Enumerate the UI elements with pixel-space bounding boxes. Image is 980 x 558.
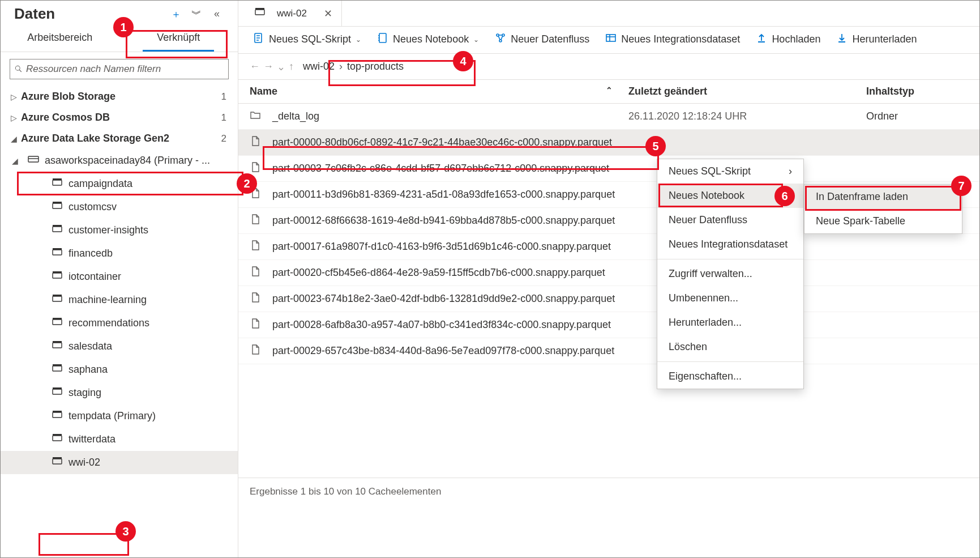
file-row[interactable]: part-00020-cf5b45e6-d864-4e28-9a59-f15ff… [238,260,979,286]
container-icon [52,409,63,423]
file-row[interactable]: part-00000-80db06cf-0892-41c7-9c21-44bae… [238,130,979,156]
upload-button[interactable]: Hochladen [756,32,820,46]
container-item[interactable]: recommendations [1,312,238,335]
ctx-item[interactable]: Eigenschaften... [657,364,803,389]
nav-dropdown-icon[interactable]: ⌄ [277,61,285,73]
file-icon [250,135,261,150]
ctx-sub-item[interactable]: Neue Spark-Tabelle [804,209,962,233]
nav-forward-icon[interactable]: → [263,61,273,73]
col-modified[interactable]: ⌃ Zuletzt geändert [628,86,866,97]
container-label: twitterdata [69,433,115,445]
svg-rect-19 [53,364,62,366]
container-item[interactable]: customer-insights [1,219,238,242]
breadcrumb-root[interactable]: wwi-02 [301,59,337,74]
svg-rect-5 [53,202,62,203]
container-label: tempdata (Primary) [69,410,156,422]
container-icon [52,316,63,330]
container-item[interactable]: campaigndata [1,172,238,195]
folder-row[interactable]: _delta_log26.11.2020 12:18:24 UHROrdner [238,104,979,130]
file-name: part-00028-6afb8a30-a957-4a07-b8b0-c341e… [272,319,611,331]
chevron-down-icon: ◢ [11,134,21,143]
filter-input[interactable]: Ressourcen nach Namen filtern [10,59,229,79]
ctx-item[interactable]: Neues SQL-Skript› [657,159,803,184]
breadcrumb-leaf[interactable]: top-products [345,59,406,74]
ctx-item[interactable]: Löschen [657,335,803,359]
svg-rect-4 [53,203,62,208]
svg-rect-14 [53,320,62,325]
container-label: financedb [69,248,113,259]
ctx-item[interactable]: Umbenennen... [657,286,803,310]
file-name: part-00029-657c43be-b834-440d-8a96-5e7ea… [272,345,614,357]
svg-rect-15 [53,318,62,320]
tab-linked[interactable]: Verknüpft [119,25,238,52]
container-item[interactable]: salesdata [1,335,238,358]
close-tab-icon[interactable]: ✕ [324,7,332,20]
context-submenu: In Datenframe ladenNeue Spark-Tabelle [804,184,962,234]
svg-rect-2 [53,180,62,185]
file-tab[interactable]: wwi-02 ✕ [245,1,342,26]
new-sql-button[interactable]: Neues SQL-Skript ⌄ [253,32,361,46]
ctx-sub-item[interactable]: In Datenframe laden [804,185,962,209]
col-type[interactable]: Inhaltstyp [866,86,968,97]
container-item[interactable]: machine-learning [1,288,238,312]
new-dataset-button[interactable]: Neues Integrationsdataset [605,32,740,46]
nav-back-icon[interactable]: ← [250,61,260,73]
ctx-item[interactable]: Neues Integrationsdataset [657,232,803,257]
expand-all-icon[interactable]: ︾ [189,7,204,21]
container-label: wwi-02 [69,457,100,468]
container-item[interactable]: iotcontainer [1,265,238,288]
file-row[interactable]: part-00028-6afb8a30-a957-4a07-b8b0-c341e… [238,312,979,338]
col-name[interactable]: Name [250,86,628,97]
collapse-panel-icon[interactable]: « [209,8,224,20]
ctx-item[interactable]: Herunterladen... [657,310,803,335]
new-notebook-button[interactable]: Neues Notebook ⌄ [377,32,479,46]
file-icon [250,318,261,332]
sidebar-title: Daten [14,5,163,23]
group-blob[interactable]: ▷ Azure Blob Storage 1 [1,86,238,107]
container-item[interactable]: financedb [1,242,238,265]
svg-rect-17 [53,341,62,343]
file-name: part-00020-cf5b45e6-d864-4e28-9a59-f15ff… [272,267,605,279]
tab-workspace[interactable]: Arbeitsbereich [1,25,119,52]
ctx-item[interactable]: Neues Notebook› [657,184,803,208]
svg-rect-27 [53,457,62,459]
container-icon [52,177,63,191]
container-icon [254,6,266,20]
svg-rect-7 [53,225,62,227]
svg-rect-9 [53,248,62,250]
svg-rect-10 [53,273,62,278]
file-row[interactable]: part-00003-7c06fb2c-c86e-4cdd-bf57-d697e… [238,156,979,182]
container-item[interactable]: staging [1,381,238,404]
container-item[interactable]: wwi-02 [1,451,238,474]
container-label: customcsv [69,201,117,213]
svg-rect-6 [53,227,62,232]
file-name: _delta_log [272,110,319,122]
svg-rect-20 [53,389,62,394]
chevron-down-icon: ⌄ [356,36,361,44]
svg-rect-22 [53,412,62,418]
container-item[interactable]: saphana [1,358,238,381]
file-row[interactable]: part-00029-657c43be-b834-440d-8a96-5e7ea… [238,338,979,364]
new-dataflow-button[interactable]: Neuer Datenfluss [495,32,589,46]
group-adls[interactable]: ◢ Azure Data Lake Storage Gen2 2 [1,128,238,149]
container-item[interactable]: twitterdata [1,428,238,451]
download-button[interactable]: Herunterladen [836,32,917,46]
filter-placeholder: Ressourcen nach Namen filtern [26,63,161,75]
svg-rect-29 [255,8,264,10]
container-label: saphana [69,364,108,376]
ctx-item[interactable]: Neuer Datenfluss [657,208,803,232]
container-label: iotcontainer [69,271,121,283]
nav-up-icon[interactable]: ↑ [289,61,294,73]
group-cosmos[interactable]: ▷ Azure Cosmos DB 1 [1,107,238,128]
storage-account[interactable]: ◢ asaworkspaceinaday84 (Primary - ... [1,149,238,172]
container-item[interactable]: customcsv [1,195,238,219]
add-icon[interactable]: ＋ [169,7,183,21]
container-icon [52,293,63,307]
file-row[interactable]: part-00017-61a9807f-d1c0-4163-b9f6-3d51d… [238,234,979,260]
ctx-item[interactable]: Zugriff verwalten... [657,262,803,286]
storage-icon [28,154,39,168]
file-name: part-00017-61a9807f-d1c0-4163-b9f6-3d51d… [272,241,611,253]
file-row[interactable]: part-00023-674b18e2-3ae0-42df-bdb6-13281… [238,286,979,312]
svg-rect-13 [53,295,62,296]
container-item[interactable]: tempdata (Primary) [1,404,238,428]
